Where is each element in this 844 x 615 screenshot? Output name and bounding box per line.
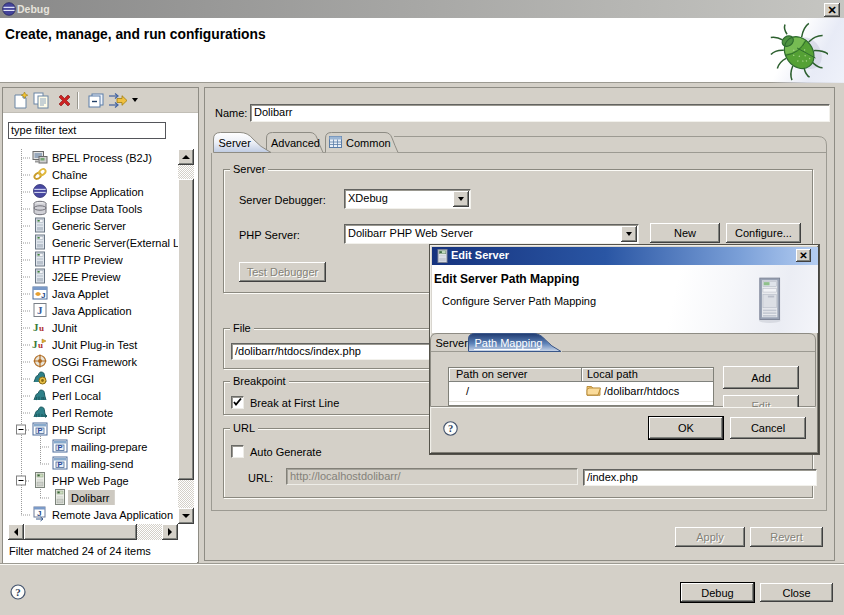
svg-text:Eclipse Application: Eclipse Application	[52, 186, 144, 198]
svg-text:Server: Server	[436, 337, 469, 349]
svg-text:Common: Common	[346, 137, 391, 149]
svg-text:Path Mapping: Path Mapping	[475, 337, 543, 349]
svg-text:J: J	[41, 291, 45, 300]
svg-text:u: u	[39, 323, 44, 333]
svg-text:Dolibarr: Dolibarr	[71, 492, 110, 504]
svg-text:Perl CGI: Perl CGI	[52, 373, 94, 385]
svg-text:Remote Java Application: Remote Java Application	[52, 509, 173, 521]
svg-text:Perl Remote: Perl Remote	[52, 407, 113, 419]
svg-text:Java Applet: Java Applet	[52, 288, 109, 300]
svg-text:J2EE Preview: J2EE Preview	[52, 271, 121, 283]
svg-text:Generic Server(External La: Generic Server(External La	[52, 237, 186, 249]
svg-text:JUnit Plug-in Test: JUnit Plug-in Test	[52, 339, 137, 351]
svg-text:JUnit: JUnit	[52, 322, 77, 334]
svg-text:P: P	[38, 426, 43, 435]
svg-text:Generic Server: Generic Server	[52, 220, 126, 232]
svg-text:J: J	[37, 509, 41, 518]
svg-text:HTTP Preview: HTTP Preview	[52, 254, 123, 266]
svg-text:Java Application: Java Application	[52, 305, 132, 317]
svg-text:P: P	[58, 460, 63, 469]
svg-text:?: ?	[448, 423, 453, 434]
svg-text:PHP Web Page: PHP Web Page	[52, 475, 129, 487]
svg-text:J: J	[37, 304, 43, 316]
svg-text:mailing-prepare: mailing-prepare	[71, 441, 147, 453]
svg-text:Eclipse Data Tools: Eclipse Data Tools	[52, 203, 143, 215]
svg-text:P: P	[58, 443, 63, 452]
svg-text:?: ?	[15, 586, 21, 598]
svg-text:PHP Script: PHP Script	[52, 424, 106, 436]
svg-text:Advanced: Advanced	[271, 137, 320, 149]
svg-text:BPEL Process (B2J): BPEL Process (B2J)	[52, 152, 152, 164]
svg-text:Server: Server	[219, 137, 252, 149]
svg-text:Chaîne: Chaîne	[52, 169, 87, 181]
svg-text:mailing-send: mailing-send	[71, 458, 133, 470]
svg-text:Perl Local: Perl Local	[52, 390, 101, 402]
svg-text:OSGi Framework: OSGi Framework	[52, 356, 137, 368]
